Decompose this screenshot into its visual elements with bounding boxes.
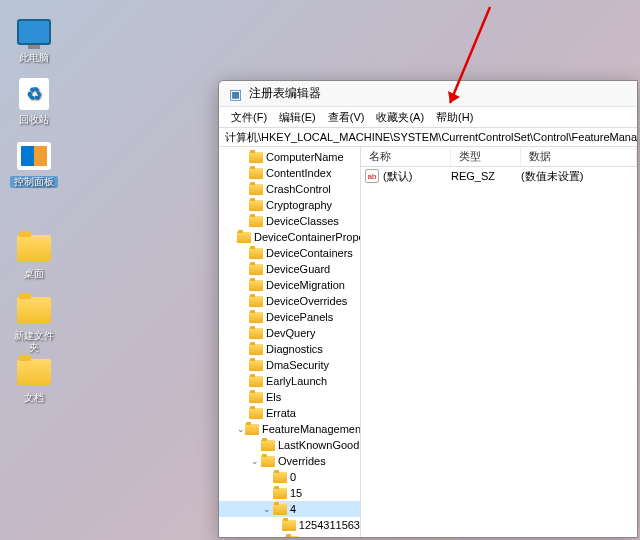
tree-item[interactable]: ContentIndex xyxy=(219,165,360,181)
regedit-app-icon: ▣ xyxy=(227,86,243,102)
pc-shape-icon xyxy=(17,19,51,45)
folder-icon xyxy=(249,264,263,275)
folder-icon xyxy=(249,408,263,419)
folder-icon xyxy=(249,280,263,291)
tree-item[interactable]: CrashControl xyxy=(219,181,360,197)
header-data[interactable]: 数据 xyxy=(521,147,637,166)
tree-item[interactable]: DeviceGuard xyxy=(219,261,360,277)
chevron-down-icon[interactable]: ⌄ xyxy=(237,424,245,434)
folder-icon xyxy=(245,424,259,435)
folder-icon xyxy=(249,376,263,387)
recycle-shape-icon: ♻ xyxy=(19,78,49,110)
folder-icon xyxy=(17,359,51,385)
folder-3-icon[interactable]: 文档 xyxy=(10,354,58,404)
tree-item[interactable]: DeviceClasses xyxy=(219,213,360,229)
tree-item-label: ComputerName xyxy=(266,151,344,163)
tree-item-label: DeviceOverrides xyxy=(266,295,347,307)
tree-item[interactable]: ⌄Overrides xyxy=(219,453,360,469)
tree-item[interactable]: DeviceMigration xyxy=(219,277,360,293)
folder-icon xyxy=(249,312,263,323)
desktop-icon-label: 回收站 xyxy=(10,114,58,126)
tree-item-label: 15 xyxy=(290,487,302,499)
menu-item[interactable]: 查看(V) xyxy=(322,109,371,126)
tree-item-label: Errata xyxy=(266,407,296,419)
pc-icon[interactable]: 此电脑 xyxy=(10,14,58,64)
tree-item[interactable]: 1254311563 xyxy=(219,517,360,533)
tree-item-label: EarlyLaunch xyxy=(266,375,327,387)
tree-item-label: DmaSecurity xyxy=(266,359,329,371)
folder-icon xyxy=(249,360,263,371)
tree-item-label: 215754378 xyxy=(302,535,357,537)
header-type[interactable]: 类型 xyxy=(451,147,521,166)
tree-item[interactable]: DeviceContainerPropertyUpda xyxy=(219,229,360,245)
menu-item[interactable]: 编辑(E) xyxy=(273,109,322,126)
tree-item[interactable]: EarlyLaunch xyxy=(219,373,360,389)
menubar: 文件(F)编辑(E)查看(V)收藏夹(A)帮助(H) xyxy=(219,107,637,127)
desktop-icon-label: 文档 xyxy=(10,392,58,404)
folder-icon xyxy=(273,504,287,515)
control-panel-icon[interactable]: 控制面板 xyxy=(10,138,58,188)
tree-item[interactable]: DmaSecurity xyxy=(219,357,360,373)
folder-icon xyxy=(261,440,275,451)
tree-item[interactable]: Els xyxy=(219,389,360,405)
desktop-icon-label: 此电脑 xyxy=(10,52,58,64)
window-title: 注册表编辑器 xyxy=(249,85,321,102)
chevron-down-icon[interactable]: ⌄ xyxy=(261,504,273,514)
tree-item-label: DevQuery xyxy=(266,327,316,339)
value-data: (数值未设置) xyxy=(521,169,637,184)
folder-icon xyxy=(17,235,51,261)
tree-item[interactable]: DevQuery xyxy=(219,325,360,341)
tree-item[interactable]: 15 xyxy=(219,485,360,501)
folder-icon xyxy=(249,344,263,355)
tree-item[interactable]: DevicePanels xyxy=(219,309,360,325)
folder-icon xyxy=(17,297,51,323)
tree-item-label: CrashControl xyxy=(266,183,331,195)
tree-item[interactable]: Diagnostics xyxy=(219,341,360,357)
tree-item-label: DevicePanels xyxy=(266,311,333,323)
folder-icon xyxy=(282,520,296,531)
menu-item[interactable]: 文件(F) xyxy=(225,109,273,126)
chevron-down-icon[interactable]: ⌄ xyxy=(249,456,261,466)
tree-item-label: Cryptography xyxy=(266,199,332,211)
tree-item[interactable]: ⌄FeatureManagement xyxy=(219,421,360,437)
tree-item[interactable]: ComputerName xyxy=(219,149,360,165)
tree-item[interactable]: Cryptography xyxy=(219,197,360,213)
control-shape-icon xyxy=(17,142,51,170)
list-pane[interactable]: 名称 类型 数据 ab(默认)REG_SZ(数值未设置) xyxy=(361,147,637,537)
folder-icon xyxy=(285,536,299,538)
tree-item[interactable]: 0 xyxy=(219,469,360,485)
list-row[interactable]: ab(默认)REG_SZ(数值未设置) xyxy=(361,167,637,185)
folder-icon xyxy=(237,232,251,243)
folder-icon xyxy=(249,168,263,179)
menu-item[interactable]: 帮助(H) xyxy=(430,109,479,126)
folder-icon xyxy=(273,488,287,499)
folder-icon xyxy=(249,200,263,211)
tree-item[interactable]: LastKnownGood xyxy=(219,437,360,453)
folder-1-icon[interactable]: 桌面 xyxy=(10,230,58,280)
folder-icon xyxy=(249,392,263,403)
tree-item-label: 1254311563 xyxy=(299,519,360,531)
recycle-bin-icon[interactable]: ♻回收站 xyxy=(10,76,58,126)
tree-pane[interactable]: ComputerNameContentIndexCrashControlCryp… xyxy=(219,147,361,537)
desktop-icon-label: 控制面板 xyxy=(10,176,58,188)
folder-2-icon[interactable]: 新建文件夹 xyxy=(10,292,58,354)
tree-item[interactable]: ⌄4 xyxy=(219,501,360,517)
tree-item-label: 4 xyxy=(290,503,296,515)
tree-item[interactable]: DeviceOverrides xyxy=(219,293,360,309)
folder-icon xyxy=(249,216,263,227)
tree-item-label: DeviceContainerPropertyUpda xyxy=(254,231,361,243)
folder-icon xyxy=(249,328,263,339)
folder-icon xyxy=(249,184,263,195)
tree-item[interactable]: 215754378 xyxy=(219,533,360,537)
tree-item-label: FeatureManagement xyxy=(262,423,361,435)
tree-item-label: Els xyxy=(266,391,281,403)
tree-item-label: DeviceGuard xyxy=(266,263,330,275)
menu-item[interactable]: 收藏夹(A) xyxy=(370,109,430,126)
tree-item-label: DeviceMigration xyxy=(266,279,345,291)
tree-item[interactable]: DeviceContainers xyxy=(219,245,360,261)
titlebar[interactable]: ▣ 注册表编辑器 xyxy=(219,81,637,107)
tree-item[interactable]: Errata xyxy=(219,405,360,421)
header-name[interactable]: 名称 xyxy=(361,147,451,166)
list-header: 名称 类型 数据 xyxy=(361,147,637,167)
address-bar[interactable]: 计算机\HKEY_LOCAL_MACHINE\SYSTEM\CurrentCon… xyxy=(219,127,637,147)
